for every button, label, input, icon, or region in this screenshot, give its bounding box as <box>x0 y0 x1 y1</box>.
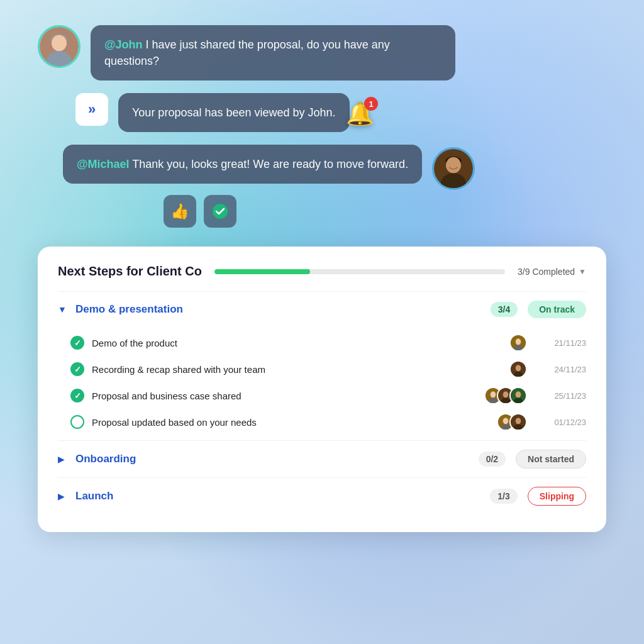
chevron-right-icon-2: ▶ <box>58 491 68 501</box>
avatar-john <box>38 25 80 68</box>
chat-bubble-1: @John I have just shared the proposal, d… <box>91 25 455 80</box>
chat-bubble-2: Your proposal has been viewed by John. <box>118 93 350 132</box>
section-onboarding-count: 0/2 <box>479 452 506 467</box>
chat-row-1: @John I have just shared the proposal, d… <box>38 25 606 80</box>
svg-point-30 <box>516 418 521 424</box>
table-row: Recording & recap shared with your team … <box>58 356 586 382</box>
task-date-1: 21/11/23 <box>541 338 586 348</box>
task-date-4: 01/12/23 <box>541 418 586 427</box>
table-row: Proposal updated based on your needs 01/… <box>58 409 586 435</box>
table-row: Proposal and business case shared 25/11/… <box>58 382 586 409</box>
task-avatars-3 <box>484 387 527 404</box>
tracker-header: Next Steps for Client Co 3/9 Completed ▼ <box>58 264 586 279</box>
avatar <box>509 413 527 431</box>
task-avatars-1 <box>509 334 527 352</box>
bubble1-text: I have just shared the proposal, do you … <box>104 38 390 67</box>
task-list-demo: Demo of the product 21/11/23 Recording &… <box>58 327 586 440</box>
svg-point-27 <box>503 418 509 424</box>
bell-notification[interactable]: 🔔 1 <box>346 101 374 127</box>
avatar <box>509 387 527 404</box>
bell-badge: 1 <box>364 97 378 111</box>
section-launch-count: 1/3 <box>490 489 517 504</box>
completed-label: 3/9 Completed ▼ <box>518 267 586 277</box>
svg-point-4 <box>52 35 67 52</box>
task-date-3: 25/11/23 <box>541 391 586 401</box>
app-icon-symbol: » <box>88 101 96 118</box>
task-avatars-2 <box>509 360 527 378</box>
task-check-done-2 <box>70 362 84 376</box>
task-name-3: Proposal and business case shared <box>92 391 477 401</box>
progress-bar <box>214 269 505 274</box>
reactions-row: 👍 <box>164 195 606 228</box>
avatar-michael <box>432 147 475 190</box>
svg-point-9 <box>446 157 461 174</box>
chevron-right-icon: ▶ <box>58 454 68 464</box>
section-onboarding-name: Onboarding <box>75 453 479 465</box>
status-badge-launch: Slipping <box>528 487 586 506</box>
mention-michael: @Michael <box>77 158 130 170</box>
task-check-done-1 <box>70 336 84 350</box>
svg-point-24 <box>516 391 521 397</box>
chat-bubble-3: @Michael Thank you, looks great! We are … <box>63 145 422 184</box>
section-demo-count: 3/4 <box>491 302 518 317</box>
task-check-done-3 <box>70 389 84 402</box>
chat-row-3: @Michael Thank you, looks great! We are … <box>63 145 606 190</box>
chat-row-2: » Your proposal has been viewed by John. <box>75 93 606 132</box>
bubble3-text: Thank you, looks great! We are ready to … <box>130 158 409 170</box>
mention-john: @John <box>104 38 143 51</box>
task-name-2: Recording & recap shared with your team <box>92 364 502 375</box>
svg-point-12 <box>516 338 521 345</box>
chat-section: @John I have just shared the proposal, d… <box>38 25 606 228</box>
section-row-demo[interactable]: ▼ Demo & presentation 3/4 On track <box>58 291 586 327</box>
task-name-1: Demo of the product <box>92 338 502 348</box>
section-demo: ▼ Demo & presentation 3/4 On track Demo … <box>58 291 586 440</box>
bubble2-text: Your proposal has been viewed by John. <box>132 106 336 119</box>
task-name-4: Proposal updated based on your needs <box>92 417 489 428</box>
section-demo-name: Demo & presentation <box>75 303 491 316</box>
svg-point-15 <box>516 365 521 371</box>
svg-point-18 <box>491 391 496 397</box>
progress-bar-fill <box>214 269 311 274</box>
tracker-title: Next Steps for Client Co <box>58 264 202 279</box>
check-reaction[interactable] <box>204 195 236 228</box>
avatar <box>509 360 527 378</box>
tracker-card: Next Steps for Client Co 3/9 Completed ▼… <box>38 247 606 532</box>
status-badge-demo: On track <box>528 301 586 318</box>
status-badge-onboarding: Not started <box>516 450 586 469</box>
svg-point-10 <box>213 204 228 219</box>
app-icon: » <box>75 93 108 126</box>
task-check-open-4 <box>70 415 84 429</box>
section-row-launch[interactable]: ▶ Launch 1/3 Slipping <box>58 477 586 514</box>
section-launch-name: Launch <box>75 490 490 502</box>
chevron-down-icon: ▼ <box>58 304 68 314</box>
svg-point-21 <box>503 391 509 397</box>
task-date-2: 24/11/23 <box>541 365 586 374</box>
avatar <box>509 334 527 352</box>
table-row: Demo of the product 21/11/23 <box>58 330 586 356</box>
dropdown-arrow-icon[interactable]: ▼ <box>579 267 586 276</box>
section-row-onboarding[interactable]: ▶ Onboarding 0/2 Not started <box>58 440 586 477</box>
task-avatars-4 <box>497 413 527 431</box>
thumbs-up-reaction[interactable]: 👍 <box>164 195 196 228</box>
